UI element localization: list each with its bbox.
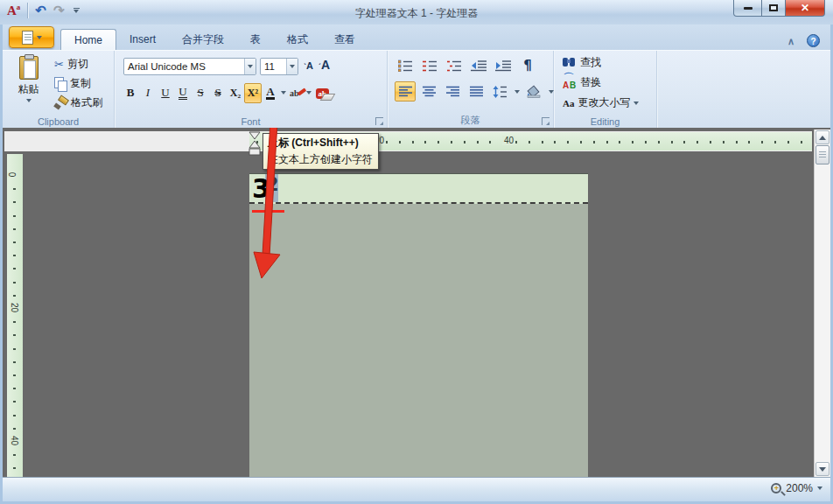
brush-icon <box>54 97 67 109</box>
clipboard-small-buttons: ✂ 剪切 复制 格式刷 <box>52 56 105 111</box>
vertical-ruler[interactable]: 0 20 40 <box>7 154 23 477</box>
clipboard-group-label: Clipboard <box>3 116 114 127</box>
tab-home[interactable]: Home <box>60 29 116 50</box>
replace-letter-a: A <box>563 80 569 90</box>
align-right-button[interactable] <box>442 81 463 102</box>
ribbon-tab-row: Home Insert 合并字段 表 格式 查看 ∧ ? <box>3 24 830 50</box>
numbering-button[interactable] <box>419 55 440 75</box>
window-controls: ✕ <box>733 0 825 17</box>
replace-letter-b: B <box>570 80 576 90</box>
document-page[interactable]: 2 3 <box>249 173 588 477</box>
replace-icon: ⌒ A B <box>563 77 577 89</box>
bold-button[interactable]: B <box>122 83 139 103</box>
ruler-mark-40: 40 <box>10 436 19 445</box>
decrease-indent-button[interactable] <box>468 55 489 75</box>
maximize-button[interactable] <box>762 0 786 17</box>
zoom-control[interactable]: + 200% <box>771 482 822 494</box>
clear-formatting-icon: ab <box>316 88 330 99</box>
status-bar: + 200% <box>0 477 833 501</box>
font-color-dropdown[interactable] <box>279 83 287 103</box>
align-center-icon <box>423 86 436 97</box>
tab-table[interactable]: 表 <box>237 29 274 50</box>
font-size-combo[interactable]: 11 <box>260 58 298 75</box>
strikethrough-button[interactable]: S <box>192 83 209 103</box>
highlight-dropdown[interactable] <box>305 83 313 103</box>
ribbon-tabs: Home Insert 合并字段 表 格式 查看 <box>60 29 368 50</box>
replace-button[interactable]: ⌒ A B 替换 <box>560 74 641 91</box>
paragraph-row2 <box>395 81 555 102</box>
find-label: 查找 <box>580 55 601 70</box>
grow-font-button[interactable]: ˊA <box>318 58 330 72</box>
font-name-combo[interactable]: Arial Unicode MS <box>123 58 256 75</box>
paste-button[interactable]: 粘贴 <box>9 54 48 112</box>
align-left-icon <box>399 86 412 97</box>
font-dialog-launcher[interactable] <box>375 117 383 125</box>
justify-icon <box>470 86 483 97</box>
font-size-dropdown[interactable] <box>286 59 298 74</box>
bullets-button[interactable] <box>395 55 416 75</box>
chevron-down-icon <box>26 99 32 102</box>
vertical-scrollbar[interactable] <box>814 130 830 477</box>
minimize-button[interactable] <box>733 0 762 17</box>
italic-button[interactable]: I <box>139 83 157 103</box>
horizontal-ruler[interactable]: 20 40 <box>4 131 812 151</box>
clear-formatting-button[interactable]: ab <box>316 86 330 100</box>
text-highlight-button[interactable]: ab <box>290 88 303 98</box>
double-strikethrough-button[interactable]: S <box>209 83 227 103</box>
align-center-button[interactable] <box>418 81 439 102</box>
shrink-font-icon: A <box>306 60 313 71</box>
scrollbar-thumb[interactable] <box>816 145 830 164</box>
align-right-icon <box>446 86 459 97</box>
font-color-button[interactable]: A <box>266 87 274 100</box>
cut-button[interactable]: ✂ 剪切 <box>52 56 105 73</box>
change-case-icon: Aa <box>563 98 574 108</box>
document-workspace: 20 40 0 20 40 2 3 <box>3 128 830 477</box>
superscript-button[interactable]: X² <box>244 83 262 103</box>
increase-indent-button[interactable] <box>493 55 514 75</box>
chevron-down-icon <box>290 65 295 68</box>
subscript-button[interactable]: X₂ <box>227 83 244 103</box>
copy-button[interactable]: 复制 <box>52 75 105 92</box>
paint-bucket-icon <box>526 85 542 98</box>
scroll-down-button[interactable] <box>816 462 830 476</box>
paragraph-dialog-launcher[interactable] <box>542 117 550 125</box>
line-spacing-button[interactable] <box>489 81 510 102</box>
line-spacing-dropdown[interactable] <box>513 81 521 102</box>
change-case-button[interactable]: Aa 更改大小写 <box>560 94 641 111</box>
editing-buttons: 查找 ⌒ A B 替换 Aa 更改大小写 <box>560 54 641 111</box>
multilevel-list-button[interactable] <box>444 55 465 75</box>
tab-format[interactable]: 格式 <box>274 29 321 50</box>
collapse-ribbon-icon[interactable]: ∧ <box>788 37 794 46</box>
tab-view[interactable]: 查看 <box>321 29 368 50</box>
show-marks-button[interactable]: ¶ <box>517 55 538 75</box>
format-painter-button[interactable]: 格式刷 <box>52 94 105 111</box>
underline-button[interactable]: U <box>161 86 169 100</box>
title-bar: Aa ↶ ↷ 字处理器文本 1 - 字处理器 ✕ <box>0 0 833 24</box>
justify-button[interactable] <box>466 81 486 102</box>
shrink-font-button[interactable]: ˋA <box>304 60 313 72</box>
tab-merge-fields[interactable]: 合并字段 <box>169 29 237 50</box>
shading-button[interactable] <box>523 81 544 102</box>
decrease-indent-icon <box>471 60 486 72</box>
scroll-up-button[interactable] <box>816 130 830 144</box>
close-button[interactable]: ✕ <box>786 0 825 17</box>
ruler-mark-40: 40 <box>502 136 515 145</box>
editing-group-label: Editing <box>554 116 656 127</box>
tab-insert[interactable]: Insert <box>116 29 169 50</box>
find-button[interactable]: 查找 <box>560 54 641 71</box>
bullets-icon <box>398 60 412 72</box>
help-icon[interactable]: ? <box>807 34 820 47</box>
chevron-down-icon <box>306 91 312 94</box>
application-menu-button[interactable] <box>9 26 54 48</box>
double-underline-button[interactable]: U <box>178 86 186 100</box>
copy-label: 复制 <box>70 76 91 91</box>
font-name-dropdown[interactable] <box>244 59 256 74</box>
chevron-down-icon[interactable] <box>817 486 822 490</box>
chevron-down-icon <box>549 90 554 94</box>
zoom-level: 200% <box>786 482 813 494</box>
window-border-left <box>0 24 3 504</box>
app-window: Aa ↶ ↷ 字处理器文本 1 - 字处理器 ✕ Home Insert 合并字… <box>0 0 833 504</box>
align-left-button[interactable] <box>395 81 416 102</box>
group-clipboard: 粘贴 ✂ 剪切 复制 格式刷 Clipboard <box>3 51 115 128</box>
increase-indent-icon <box>495 60 511 72</box>
